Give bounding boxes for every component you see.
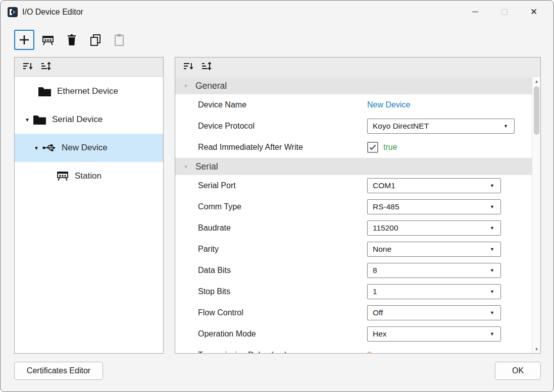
titlebar: I/O Device Editor ✕ (1, 1, 553, 23)
usb-device-icon (42, 142, 56, 153)
sort-descending-icon (200, 61, 212, 73)
transmission-delay-value[interactable]: 0 (367, 351, 372, 353)
chevron-down-icon: ▼ (490, 183, 494, 188)
chevron-down-icon: ▼ (183, 83, 188, 89)
operation-mode-dropdown[interactable]: Hex ▼ (367, 326, 501, 342)
prop-row-stop-bits: Stop Bits 1 ▼ (175, 281, 532, 302)
tree-item-station[interactable]: Station (15, 162, 163, 190)
folder-icon (33, 115, 46, 125)
maximize-icon (501, 9, 508, 15)
vertical-scrollbar[interactable]: ▲ ▼ (532, 77, 540, 353)
close-button[interactable]: ✕ (519, 2, 548, 22)
tree-item-serial-device[interactable]: ▼ Serial Device (15, 105, 163, 134)
section-general[interactable]: ▼ General (175, 77, 532, 94)
chevron-down-icon: ▼ (503, 124, 508, 129)
baudrate-dropdown[interactable]: 115200 ▼ (367, 220, 501, 236)
prop-row-read-after-write: Read Immediately After Write true (175, 137, 532, 158)
chevron-down-icon[interactable]: ▼ (22, 117, 33, 123)
scroll-up-icon[interactable]: ▲ (532, 77, 541, 85)
station-icon (41, 33, 55, 46)
window-title: I/O Device Editor (22, 8, 83, 17)
properties-panel-header (175, 58, 540, 77)
delete-button[interactable] (62, 30, 82, 50)
prop-row-baudrate: Baudrate 115200 ▼ (175, 217, 532, 239)
chevron-down-icon: ▼ (490, 226, 494, 231)
chevron-down-icon: ▼ (490, 204, 494, 209)
chevron-down-icon: ▼ (490, 289, 494, 294)
tree-item-new-device[interactable]: ▼ New Device (15, 134, 163, 162)
device-tree-panel: Ethernet Device ▼ Serial Device ▼ New De… (14, 57, 164, 354)
chevron-down-icon: ▼ (490, 268, 494, 273)
add-device-button[interactable] (14, 30, 34, 50)
sort-descending-button[interactable] (38, 60, 53, 75)
prop-row-comm-type: Comm Type RS-485 ▼ (175, 196, 532, 217)
plus-icon (18, 33, 31, 46)
flow-control-dropdown[interactable]: Off ▼ (367, 305, 501, 320)
serial-port-dropdown[interactable]: COM1 ▼ (367, 178, 501, 193)
minimize-button[interactable] (461, 2, 490, 22)
paste-icon (113, 33, 125, 46)
maximize-button[interactable] (490, 2, 519, 22)
copy-button[interactable] (85, 30, 106, 50)
section-serial[interactable]: ▼ Serial (175, 158, 532, 175)
parity-dropdown[interactable]: None ▼ (367, 242, 501, 257)
sort-descending-button[interactable] (198, 60, 214, 75)
device-tree: Ethernet Device ▼ Serial Device ▼ New De… (15, 77, 163, 353)
stop-bits-dropdown[interactable]: 1 ▼ (367, 284, 501, 299)
tree-item-label: New Device (62, 143, 108, 153)
tree-panel-header (15, 58, 163, 77)
tree-item-ethernet-device[interactable]: Ethernet Device (15, 77, 163, 105)
prop-row-data-bits: Data Bits 8 ▼ (175, 260, 532, 281)
toolbar (14, 28, 129, 51)
sort-ascending-button[interactable] (20, 60, 35, 75)
scroll-down-icon[interactable]: ▼ (532, 345, 541, 353)
prop-row-serial-port: Serial Port COM1 ▼ (175, 175, 532, 196)
close-icon: ✕ (530, 8, 537, 16)
paste-button[interactable] (109, 30, 129, 50)
tree-item-label: Ethernet Device (57, 86, 118, 96)
prop-row-parity: Parity None ▼ (175, 239, 532, 260)
read-after-write-checkbox[interactable] (367, 142, 378, 153)
app-icon (8, 7, 18, 17)
chevron-down-icon: ▼ (183, 164, 188, 170)
station-icon (56, 170, 69, 182)
sort-ascending-button[interactable] (180, 60, 195, 75)
ok-button[interactable]: OK (495, 362, 541, 380)
sort-ascending-icon (22, 61, 33, 73)
folder-icon (38, 86, 52, 97)
comm-type-dropdown[interactable]: RS-485 ▼ (367, 199, 501, 214)
chevron-down-icon: ▼ (490, 247, 494, 252)
check-icon (369, 144, 376, 150)
chevron-down-icon: ▼ (490, 331, 494, 337)
properties-panel: ▼ General Device Name New Device Device … (175, 57, 541, 354)
certificates-editor-button[interactable]: Certificates Editor (14, 362, 103, 380)
io-device-editor-window: I/O Device Editor ✕ (0, 0, 554, 392)
sort-descending-icon (40, 61, 51, 73)
device-protocol-dropdown[interactable]: Koyo DirectNET ▼ (367, 119, 515, 134)
chevron-down-icon: ▼ (490, 310, 494, 315)
device-name-value[interactable]: New Device (367, 100, 410, 109)
tree-item-label: Serial Device (52, 115, 103, 125)
prop-row-flow-control: Flow Control Off ▼ (175, 302, 532, 323)
prop-row-transmission-delay: Transmission Delay (ms) 0 (175, 345, 532, 353)
add-station-button[interactable] (38, 30, 58, 50)
copy-icon (89, 33, 102, 46)
scrollbar-thumb[interactable] (534, 86, 539, 135)
tree-item-label: Station (75, 171, 102, 181)
prop-row-device-name: Device Name New Device (175, 94, 532, 116)
prop-row-operation-mode: Operation Mode Hex ▼ (175, 323, 532, 345)
chevron-down-icon[interactable]: ▼ (31, 145, 42, 151)
trash-icon (66, 33, 78, 46)
minimize-icon (472, 12, 478, 12)
window-controls: ✕ (461, 1, 548, 23)
boolean-true-value: true (383, 143, 397, 152)
properties-viewport: ▼ General Device Name New Device Device … (175, 77, 532, 353)
prop-row-device-protocol: Device Protocol Koyo DirectNET ▼ (175, 116, 532, 137)
sort-ascending-icon (182, 61, 193, 73)
data-bits-dropdown[interactable]: 8 ▼ (367, 263, 501, 278)
